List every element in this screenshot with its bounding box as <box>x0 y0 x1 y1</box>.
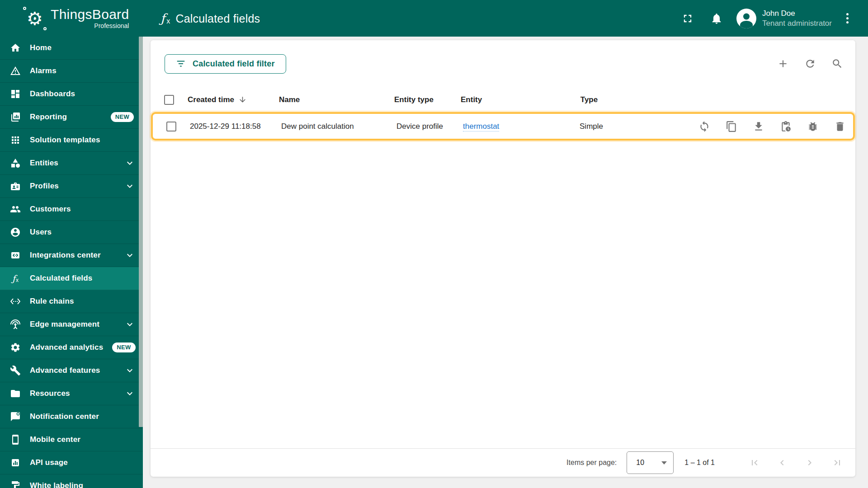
chevron-down-icon <box>124 250 135 261</box>
previous-page-icon[interactable] <box>777 457 788 468</box>
user-name: John Doe <box>762 9 832 18</box>
cell-name: Dew point calculation <box>281 122 396 131</box>
chevron-down-icon <box>124 319 135 330</box>
chevron-down-icon <box>124 181 135 192</box>
sidebar-item-dashboards[interactable]: Dashboards <box>0 83 143 106</box>
next-page-icon[interactable] <box>804 457 815 468</box>
calculated-field-filter-button[interactable]: Calculated field filter <box>165 54 286 74</box>
select-caret-icon <box>661 461 667 465</box>
rule-chains-icon <box>10 296 21 307</box>
column-header-entity[interactable]: Entity <box>461 95 557 104</box>
sidebar-item-resources[interactable]: Resources <box>0 382 143 405</box>
sidebar-item-profiles[interactable]: Profiles <box>0 175 143 198</box>
table-row[interactable]: 2025-12-29 11:18:58 Dew point calculatio… <box>151 112 855 141</box>
sidebar-item-solution-templates[interactable]: Solution templates <box>0 129 143 152</box>
users-person-icon <box>10 227 21 238</box>
page-range-label: 1 – 1 of 1 <box>684 459 715 467</box>
thingsboard-logo-icon: ⚙ ƒ <box>23 6 47 31</box>
calculated-fields-table-card: Calculated field filter Created time Nam… <box>151 40 855 477</box>
profiles-badge-icon <box>10 181 21 192</box>
fx-icon: ƒ <box>160 11 165 25</box>
filter-icon <box>176 59 186 69</box>
solution-templates-icon <box>10 135 21 145</box>
main-content: Calculated field filter Created time Nam… <box>143 37 868 488</box>
column-header-name[interactable]: Name <box>279 95 394 104</box>
sidebar-item-entities[interactable]: Entities <box>0 152 143 175</box>
mobile-center-phone-icon <box>10 434 21 445</box>
download-icon[interactable] <box>753 121 764 132</box>
first-page-icon[interactable] <box>749 457 760 468</box>
sidebar-item-alarms[interactable]: Alarms <box>0 60 143 83</box>
more-vert-icon[interactable] <box>842 12 853 25</box>
table-paginator: Items per page: 10 1 – 1 of 1 <box>151 448 855 477</box>
sidebar-item-users[interactable]: Users <box>0 221 143 244</box>
user-menu[interactable]: John Doe Tenant administrator <box>762 9 832 28</box>
resources-folder-icon <box>10 388 21 399</box>
integrations-icon <box>10 250 21 261</box>
notification-center-icon <box>10 411 21 422</box>
sort-desc-arrow-icon <box>238 95 247 104</box>
copy-icon[interactable] <box>726 121 737 132</box>
sidebar-item-integrations-center[interactable]: Integrations center <box>0 244 143 267</box>
add-icon[interactable] <box>777 58 789 70</box>
customers-people-icon <box>10 204 21 215</box>
table-toolbar: Calculated field filter <box>151 40 855 87</box>
page-size-select[interactable]: 10 <box>627 451 674 474</box>
table-header-row: Created time Name Entity type Entity Typ… <box>151 87 855 112</box>
column-header-type[interactable]: Type <box>557 95 621 104</box>
reporting-icon <box>10 112 21 122</box>
debug-bug-icon[interactable] <box>807 121 819 132</box>
sidebar-nav: Home Alarms Dashboards Reporting NEW Sol… <box>0 37 143 488</box>
sidebar-item-api-usage[interactable]: API usage <box>0 451 143 474</box>
column-header-created-time[interactable]: Created time <box>188 95 279 104</box>
delete-trash-icon[interactable] <box>834 121 846 132</box>
sidebar-item-white-labeling[interactable]: White labeling <box>0 474 143 488</box>
new-badge: NEW <box>112 343 135 352</box>
select-all-checkbox[interactable] <box>164 95 174 105</box>
column-header-entity-type[interactable]: Entity type <box>394 95 461 104</box>
sidebar-item-reporting[interactable]: Reporting NEW <box>0 106 143 129</box>
sidebar-item-mobile-center[interactable]: Mobile center <box>0 428 143 451</box>
fullscreen-icon[interactable] <box>681 12 694 25</box>
sidebar-scrollbar[interactable] <box>139 37 143 427</box>
user-avatar[interactable] <box>736 9 756 28</box>
advanced-analytics-icon <box>10 342 21 353</box>
events-pending-actions-icon[interactable] <box>780 121 792 132</box>
page-title: ƒx Calculated fields <box>160 11 260 25</box>
sidebar-item-rule-chains[interactable]: Rule chains <box>0 290 143 313</box>
cell-type: Simple <box>560 122 623 131</box>
sidebar-item-home[interactable]: Home <box>0 37 143 60</box>
sidebar-item-notification-center[interactable]: Notification center <box>0 405 143 428</box>
notifications-bell-icon[interactable] <box>710 12 723 25</box>
home-icon <box>10 42 21 53</box>
chevron-down-icon <box>124 158 135 169</box>
brand-name: ThingsBoard <box>51 8 129 21</box>
chevron-down-icon <box>124 388 135 399</box>
brand-edition: Professional <box>51 23 129 29</box>
reprocess-sync-icon[interactable] <box>698 121 710 132</box>
alarm-warning-icon <box>10 66 21 76</box>
sidebar-item-customers[interactable]: Customers <box>0 198 143 221</box>
white-labeling-paint-icon <box>10 480 21 488</box>
sidebar-item-advanced-features[interactable]: Advanced features <box>0 359 143 382</box>
sidebar-item-calculated-fields[interactable]: ƒx Calculated fields <box>0 267 143 290</box>
entity-link[interactable]: thermostat <box>463 122 499 131</box>
items-per-page-label: Items per page: <box>566 459 617 467</box>
sidebar-item-edge-management[interactable]: Edge management <box>0 313 143 336</box>
advanced-features-tools-icon <box>10 365 21 376</box>
refresh-icon[interactable] <box>804 58 816 70</box>
chevron-down-icon <box>124 365 135 376</box>
brand-logo-area[interactable]: ⚙ ƒ ThingsBoard Professional <box>0 6 143 31</box>
row-checkbox[interactable] <box>166 122 176 131</box>
top-header: ⚙ ƒ ThingsBoard Professional ƒx Calculat… <box>0 0 868 37</box>
row-actions <box>623 121 853 132</box>
search-icon[interactable] <box>831 58 843 70</box>
sidebar-item-advanced-analytics[interactable]: Advanced analytics NEW <box>0 336 143 359</box>
user-role: Tenant administrator <box>762 19 832 28</box>
cell-created-time: 2025-12-29 11:18:58 <box>190 122 281 131</box>
cell-entity-type: Device profile <box>396 122 463 131</box>
calculated-fields-fx-icon: ƒx <box>10 273 21 283</box>
edge-antenna-icon <box>10 319 21 330</box>
last-page-icon[interactable] <box>832 457 843 468</box>
new-badge: NEW <box>111 112 134 122</box>
